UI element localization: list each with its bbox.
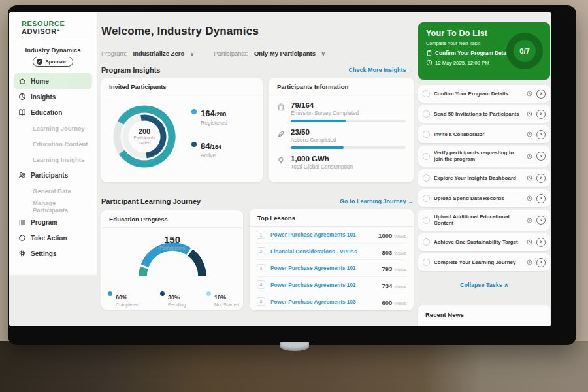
- lesson-row: 4 Power Purchase Agreements 102 734views: [257, 277, 406, 294]
- learning-journey-header: Participant Learning Journey Go to Learn…: [101, 197, 414, 205]
- clock-icon: [527, 175, 532, 181]
- task-go-button[interactable]: ›: [536, 152, 546, 161]
- insights-icon: [18, 93, 26, 101]
- task-checkbox[interactable]: [423, 110, 430, 118]
- lesson-link[interactable]: Power Purchase Agreements 103: [270, 299, 376, 305]
- lesson-link[interactable]: Financial Considerations - VPPAs: [270, 248, 376, 255]
- check-more-insights-link[interactable]: Check More Insights →: [348, 67, 414, 73]
- participants-information-card: Participants Information 79/164 Emission…: [269, 78, 414, 182]
- participants-filter[interactable]: Participants: Only My Participants ∨: [214, 46, 325, 58]
- legend-active: 84/164 Active: [191, 140, 221, 159]
- participants-filter-value: Only My Participants: [254, 50, 316, 57]
- card-title: Invited Participants: [101, 78, 263, 95]
- recent-news-title: Recent News: [418, 305, 550, 323]
- info-label: Total Global Consumption: [291, 163, 406, 170]
- chevron-up-icon: ∧: [504, 282, 508, 288]
- task-go-button[interactable]: ›: [536, 238, 546, 247]
- logo-primary: RESOURCE: [22, 20, 65, 27]
- sidebar-item-label: Participants: [31, 172, 68, 179]
- go-to-learning-journey-link[interactable]: Go to Learning Journey →: [340, 198, 414, 204]
- book-icon: [18, 108, 26, 116]
- gear-icon: [18, 250, 26, 257]
- todo-task-list: Confirm Your Program Details › Send 50 I…: [418, 85, 550, 271]
- filter-bar: Program: Industrialize Zero ∨ Participan…: [101, 46, 325, 58]
- task-checkbox[interactable]: [423, 90, 430, 97]
- sidebar-item-label: Education: [31, 109, 62, 116]
- sidebar-nav: Home Insights Education Learning Journey…: [9, 73, 97, 261]
- task-checkbox[interactable]: [423, 131, 430, 138]
- sidebar-item-label: General Data: [33, 188, 71, 195]
- invited-participants-card: Invited Participants 200 ParticipantsInv…: [101, 78, 263, 182]
- clock-icon: [527, 218, 532, 223]
- arrow-right-icon: →: [408, 198, 414, 204]
- clock-icon: [527, 111, 532, 117]
- task-go-button[interactable]: ›: [536, 216, 546, 225]
- task-go-button[interactable]: ›: [536, 174, 546, 183]
- sidebar-item-participants[interactable]: Participants: [14, 167, 92, 183]
- task-go-button[interactable]: ›: [536, 194, 546, 203]
- legend-not-started: 10%Not Started: [206, 290, 239, 308]
- sidebar-item-home[interactable]: Home: [14, 73, 92, 89]
- task-row[interactable]: Upload Spend Data Records ›: [418, 189, 550, 207]
- sidebar-item-insights[interactable]: Insights: [14, 89, 92, 105]
- task-label: Confirm Your Program Details: [434, 91, 523, 97]
- task-go-button[interactable]: ›: [536, 90, 546, 99]
- rank-badge: 3: [257, 264, 265, 272]
- task-label: Invite a Collaborator: [434, 131, 523, 138]
- sidebar-item-label: Education Content: [33, 140, 88, 148]
- sidebar-item-take-action[interactable]: Take Action: [14, 230, 92, 246]
- sidebar-item-learning-insights[interactable]: Learning Insights: [14, 152, 92, 167]
- chevron-down-icon: ∨: [190, 50, 195, 57]
- link-label: Check More Insights: [348, 67, 406, 73]
- task-row[interactable]: Upload Additional Educational Content ›: [418, 210, 550, 231]
- sidebar-item-label: Manage Participants: [33, 199, 92, 214]
- task-checkbox[interactable]: [423, 259, 430, 266]
- list-icon: [18, 218, 26, 226]
- todo-progress-ring: 0/7: [506, 33, 543, 69]
- gauge-center-label: 150 Participants: [101, 234, 243, 251]
- program-filter-label: Program:: [101, 50, 127, 57]
- task-row[interactable]: Complete Your Learning Journey ›: [418, 253, 550, 271]
- legend-pending: 30%Pending: [160, 290, 186, 308]
- task-row[interactable]: Confirm Your Program Details ›: [418, 85, 550, 103]
- task-checkbox[interactable]: [423, 174, 430, 182]
- rank-badge: 2: [257, 247, 265, 255]
- home-icon: [18, 77, 26, 85]
- screen: RESOURCE ADVISOR+ Industry Dynamics Spon…: [9, 12, 551, 326]
- sidebar-item-manage-participants[interactable]: Manage Participants: [14, 199, 92, 214]
- sidebar-item-learning-journey[interactable]: Learning Journey: [14, 120, 92, 136]
- clipboard-icon: [426, 50, 433, 56]
- info-value: 23/50: [291, 128, 406, 136]
- sidebar-item-label: Learning Journey: [33, 125, 85, 132]
- lesson-link[interactable]: Power Purchase Agreements 101: [270, 231, 373, 238]
- collapse-tasks-link[interactable]: Collapse Tasks ∧: [418, 282, 550, 288]
- clock-icon: [527, 239, 532, 245]
- task-row[interactable]: Explore Your Insights Dashboard ›: [418, 169, 550, 187]
- task-checkbox[interactable]: [423, 195, 430, 202]
- task-checkbox[interactable]: [423, 238, 430, 246]
- sidebar-item-program[interactable]: Program: [14, 214, 92, 230]
- sidebar-item-general-data[interactable]: General Data: [14, 183, 92, 199]
- lesson-row: 3 Power Purchase Agreements 101 793views: [257, 260, 406, 277]
- sidebar-item-settings[interactable]: Settings: [14, 246, 92, 261]
- task-go-button[interactable]: ›: [536, 110, 546, 119]
- program-filter[interactable]: Program: Industrialize Zero ∨: [101, 46, 194, 58]
- task-row[interactable]: Achieve One Sustainability Target ›: [418, 233, 550, 251]
- sidebar-item-education-content[interactable]: Education Content: [14, 136, 92, 152]
- legend-dot: [206, 291, 211, 296]
- bulb-icon: [277, 155, 286, 170]
- take-action-icon: [18, 234, 26, 242]
- app-logo: RESOURCE ADVISOR+: [13, 12, 93, 41]
- sidebar-item-education[interactable]: Education: [14, 105, 92, 120]
- task-go-button[interactable]: ›: [536, 258, 546, 267]
- task-row[interactable]: Verify participants requesting to join t…: [418, 146, 550, 167]
- task-row[interactable]: Invite a Collaborator ›: [418, 125, 550, 143]
- lesson-link[interactable]: Power Purchase Agreements 101: [270, 265, 376, 271]
- task-checkbox[interactable]: [423, 153, 430, 160]
- task-checkbox[interactable]: [423, 217, 430, 224]
- task-go-button[interactable]: ›: [536, 130, 546, 139]
- rank-badge: 5: [257, 297, 265, 306]
- lesson-link[interactable]: Power Purchase Agreements 102: [270, 282, 376, 288]
- task-row[interactable]: Send 50 Invitations to Participants ›: [418, 105, 550, 123]
- participants-icon: [18, 171, 26, 179]
